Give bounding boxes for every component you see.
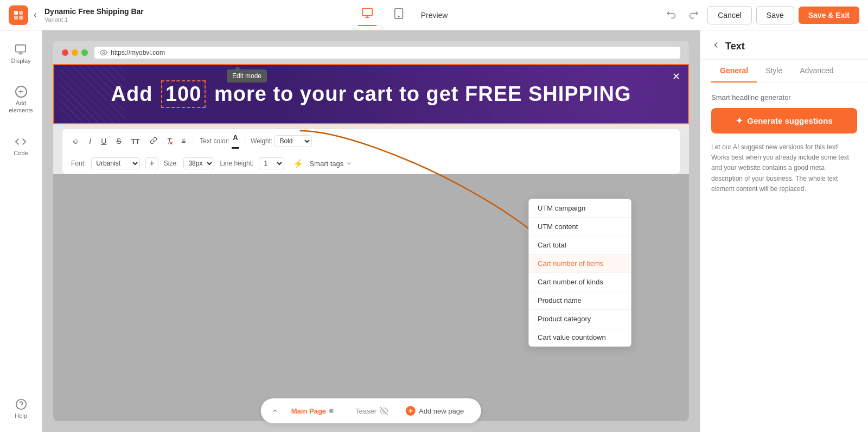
link-btn[interactable]: [147, 135, 160, 148]
emoji-btn[interactable]: ☺: [69, 135, 82, 147]
dropdown-item-cart-countdown[interactable]: Cart value countdown: [529, 328, 631, 346]
browser-mockup: https://myobvi.com Edit mode Add 100 mor…: [53, 41, 689, 421]
dropdown-item-cart-total[interactable]: Cart total: [529, 236, 631, 255]
underline-btn[interactable]: U: [98, 135, 109, 147]
dot-green: [81, 49, 88, 56]
italic-btn[interactable]: I: [86, 135, 94, 147]
smart-tags-dropdown: UTM campaign UTM content Cart total Cart…: [528, 199, 631, 347]
dot-red: [62, 49, 68, 56]
right-panel-tabs: General Style Advanced: [700, 60, 868, 82]
app-icon: [9, 5, 28, 25]
chevron-up-icon: [272, 408, 278, 414]
smart-tags-button[interactable]: Smart tags: [309, 160, 352, 168]
weight-label: Weight:: [251, 137, 272, 145]
browser-url-bar[interactable]: https://myobvi.com: [94, 47, 680, 59]
svg-rect-1: [19, 11, 23, 15]
dropdown-item-utm-content[interactable]: UTM content: [529, 218, 631, 236]
ai-description-text: Let our AI suggest new versions for this…: [711, 142, 857, 194]
text-color-wrap: Text color: A: [200, 134, 239, 149]
add-icon: +: [406, 406, 416, 416]
banner-text: Add 100 more to your cart to get FREE SH…: [111, 80, 631, 108]
redo-button[interactable]: [685, 7, 703, 23]
dropdown-item-product-name[interactable]: Product name: [529, 291, 631, 310]
sidebar-item-add-elements[interactable]: + Add elements: [0, 81, 42, 118]
dropdown-item-cart-kinds[interactable]: Cart number of kinds: [529, 273, 631, 291]
font-add-btn[interactable]: +: [145, 157, 158, 169]
svg-point-8: [398, 16, 399, 17]
app-subtitle: Variant 1: [44, 16, 144, 23]
back-button[interactable]: ‹: [34, 9, 37, 21]
browser-bar: https://myobvi.com: [53, 41, 689, 64]
shipping-banner[interactable]: Add 100 more to your cart to get FREE SH…: [53, 64, 689, 124]
dropdown-item-cart-items[interactable]: Cart number of items: [529, 255, 631, 273]
font-select[interactable]: Urbanist: [91, 157, 140, 169]
svg-rect-2: [14, 16, 18, 20]
tab-add-new-page[interactable]: + Add new page: [399, 402, 470, 420]
line-height-select[interactable]: 1 1.2 1.5: [259, 157, 284, 169]
tab-dot-main: [329, 409, 334, 413]
font-label: Font:: [71, 160, 86, 167]
right-panel-content: Smart headline generator ✦ Generate sugg…: [700, 82, 868, 205]
lightning-icon: ⚡: [293, 159, 304, 168]
banner-close-btn[interactable]: ✕: [672, 71, 680, 82]
app-title-block: Dynamic Free Shipping Bar Variant 1: [44, 7, 144, 23]
sidebar-item-code[interactable]: Code: [9, 131, 32, 161]
save-button[interactable]: Save: [756, 6, 794, 24]
sidebar-item-help[interactable]: Help: [10, 394, 31, 423]
svg-rect-4: [362, 9, 372, 16]
generate-suggestions-btn[interactable]: ✦ Generate suggestions: [711, 108, 857, 134]
main-layout: Display + Add elements Code Help: [0, 30, 868, 432]
left-sidebar: Display + Add elements Code Help: [0, 30, 42, 432]
toolbar-separator-1: [194, 136, 194, 147]
tab-teaser-label: Teaser: [355, 407, 376, 415]
banner-text-after: more to your cart to get FREE SHIPPING: [208, 82, 631, 105]
banner-amount: 100: [161, 80, 206, 108]
cancel-button[interactable]: Cancel: [707, 6, 752, 24]
banner-decoration: [60, 65, 125, 123]
undo-button[interactable]: [662, 7, 680, 23]
dot-yellow: [72, 49, 78, 56]
sidebar-code-label: Code: [14, 150, 28, 156]
weight-select[interactable]: Bold Normal Light: [275, 135, 312, 147]
desktop-device-btn[interactable]: [358, 4, 376, 26]
toolbar-separator-2: [245, 136, 245, 147]
chevron-down-icon: [346, 160, 352, 167]
caps-btn[interactable]: TT: [129, 136, 143, 147]
generate-btn-label: Generate suggestions: [747, 116, 833, 125]
size-select[interactable]: 38px 24px 18px: [183, 157, 214, 169]
clear-format-btn[interactable]: T✕: [164, 135, 175, 147]
sidebar-item-display[interactable]: Display: [7, 39, 35, 68]
right-panel-header: Text: [700, 30, 868, 60]
align-btn[interactable]: ≡: [178, 135, 188, 147]
save-exit-button[interactable]: Save & Exit: [799, 7, 859, 24]
topbar-center: Preview: [144, 4, 662, 26]
topbar-right: Cancel Save Save & Exit: [662, 6, 859, 24]
preview-label: Preview: [421, 11, 448, 20]
svg-rect-9: [16, 45, 25, 52]
sparkle-icon: ✦: [736, 116, 743, 126]
dropdown-item-product-category[interactable]: Product category: [529, 310, 631, 328]
lightning-btn[interactable]: ⚡: [293, 158, 304, 169]
tab-main-page[interactable]: Main Page: [280, 403, 344, 420]
sidebar-display-label: Display: [11, 58, 30, 64]
section-headline-label: Smart headline generator: [711, 93, 857, 101]
eye-icon: [100, 49, 107, 56]
tab-advanced[interactable]: Advanced: [791, 60, 842, 82]
tab-general[interactable]: General: [711, 60, 757, 82]
tab-chevron-wrap[interactable]: [272, 408, 278, 414]
right-panel: Text General Style Advanced Smart headli…: [700, 30, 868, 432]
canvas-area: https://myobvi.com Edit mode Add 100 mor…: [42, 30, 700, 432]
tab-style[interactable]: Style: [757, 60, 791, 82]
right-panel-back-btn[interactable]: [711, 40, 721, 53]
text-toolbar: ☺ I U S TT T✕ ≡ Text color: A: [62, 129, 680, 174]
tablet-device-btn[interactable]: [390, 4, 408, 26]
dropdown-item-utm-campaign[interactable]: UTM campaign: [529, 199, 631, 218]
line-height-label: Line height:: [220, 160, 253, 167]
strikethrough-btn[interactable]: S: [113, 135, 124, 147]
size-label: Size:: [164, 160, 178, 167]
tab-teaser[interactable]: Teaser: [344, 402, 399, 420]
text-color-picker[interactable]: A: [232, 134, 239, 149]
bottom-tabbar: Main Page Teaser + Add new page: [261, 398, 481, 423]
smart-tags-label: Smart tags: [309, 160, 343, 168]
weight-wrap: Weight: Bold Normal Light: [251, 135, 312, 147]
